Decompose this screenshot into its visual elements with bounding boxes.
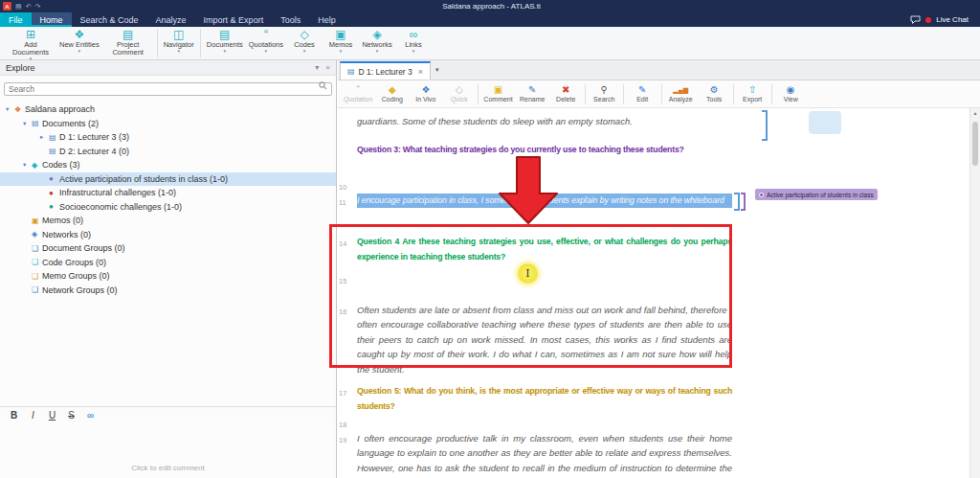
project-comment-button[interactable]: ▤ Project Comment — [102, 27, 154, 57]
quotation-bracket-icon[interactable] — [734, 193, 740, 211]
comment-format-toolbar: B I U S ∞ — [0, 406, 336, 422]
tree-item-doc-2[interactable]: ▤ D 2: Lecturer 4 (0) — [0, 145, 336, 159]
tree-item-project[interactable]: ▾ ❖ Saldana approach — [0, 102, 336, 117]
margin-code-label[interactable]: Active participation of students in clas… — [755, 189, 878, 200]
search-input[interactable] — [4, 82, 332, 96]
quotation-icon: “ — [357, 84, 360, 96]
document-toolbar: “ Quotation ◆ Coding ❖ In Vivo ◇ Quick ▣… — [338, 80, 980, 108]
question-3-line: Question 3: What teaching strategies do … — [357, 143, 732, 158]
question-5-line: 17 Question 5: What do you think, is the… — [357, 384, 732, 414]
quick-coding-icon: ◇ — [456, 84, 463, 96]
save-icon[interactable]: ▤ — [15, 2, 22, 11]
coding-button[interactable]: ◆ Coding — [375, 84, 409, 103]
menu-tab-home[interactable]: Home — [32, 12, 72, 27]
search-icon: ⚲ — [601, 84, 608, 96]
code-color-dot-icon: ● — [49, 189, 59, 197]
link-icon[interactable]: ∞ — [85, 410, 96, 421]
live-chat-status-dot — [925, 17, 931, 23]
tree-item-memo-groups[interactable]: ❏ Memo Groups (0) — [0, 269, 336, 284]
documents-button[interactable]: ▤ Documents▾ — [204, 27, 246, 54]
menu-tab-tools[interactable]: Tools — [272, 12, 309, 27]
memos-button[interactable]: ▣ Memos▾ — [323, 27, 359, 54]
export-button[interactable]: ⇧ Export — [736, 84, 769, 103]
comment-hint: Click to edit comment — [0, 464, 336, 472]
comment-editor-area[interactable]: Click to edit comment — [0, 422, 336, 478]
search-icon — [319, 81, 327, 90]
strikethrough-button[interactable]: S — [66, 410, 77, 421]
atlas-ti-window: A ▤ ↶ ↷ Saldana approach - ATLAS.ti File… — [0, 0, 980, 478]
close-tab-icon[interactable]: × — [418, 67, 423, 77]
expand-arrow-icon[interactable]: ▾ — [6, 105, 14, 113]
networks-button[interactable]: ◈ Networks▾ — [359, 27, 395, 54]
view-button[interactable]: ◉ View — [774, 84, 808, 103]
expand-arrow-icon[interactable]: ▸ — [40, 133, 49, 141]
answer-paragraph: 19 I often encourage productive talk in … — [357, 431, 732, 478]
tree-item-code-socioeconomic[interactable]: ● Socioeconomic challenges (1-0) — [0, 200, 336, 215]
tree-item-code-groups[interactable]: ❏ Code Groups (0) — [0, 256, 336, 270]
rename-button[interactable]: ✎ Rename — [516, 84, 549, 103]
explorer-menu-chevron-icon[interactable]: ▾ — [315, 63, 319, 72]
undo-icon[interactable]: ↶ — [26, 2, 32, 11]
tree-item-code-active-participation[interactable]: ● Active participation of students in cl… — [0, 172, 336, 187]
memos-icon: ▣ — [32, 216, 42, 225]
bold-button[interactable]: B — [9, 410, 19, 421]
quotations-button[interactable]: “ Quotations▾ — [246, 27, 286, 54]
links-button[interactable]: ∞ Links▾ — [395, 27, 432, 54]
expand-arrow-icon[interactable]: ▾ — [23, 161, 32, 169]
scrollbar-thumb[interactable] — [972, 122, 978, 166]
navigator-button[interactable]: ◫ Navigator▾ — [161, 27, 197, 54]
memo-groups-icon: ❏ — [32, 272, 42, 281]
live-chat-button[interactable]: Live Chat — [936, 15, 969, 24]
new-entities-button[interactable]: ❖ New Entities▾ — [56, 27, 102, 54]
quotation-button[interactable]: “ Quotation — [341, 84, 375, 103]
document-tab-bar: ▤ D 1: Lecturer 3 × ▾ — [338, 60, 980, 80]
search-button[interactable]: ⚲ Search — [588, 84, 621, 103]
document-icon: ▤ — [347, 67, 355, 76]
delete-button[interactable]: ✖ Delete — [549, 84, 583, 103]
tree-item-codes[interactable]: ▾ ◆ Codes (3) — [0, 158, 336, 172]
code-bracket-icon[interactable] — [741, 193, 746, 211]
dropdown-caret-icon: ▾ — [329, 49, 353, 54]
project-tree: ▾ ❖ Saldana approach ▾ ▤ Documents (2) ▸… — [0, 101, 336, 406]
annotation-rectangle — [329, 224, 732, 368]
redo-icon[interactable]: ↷ — [35, 2, 41, 11]
tree-item-documents[interactable]: ▾ ▤ Documents (2) — [0, 117, 336, 131]
menu-tab-import-export[interactable]: Import & Export — [195, 12, 273, 27]
tools-button[interactable]: ⚙ Tools — [698, 84, 731, 103]
highlighted-text-cursor: I — [518, 263, 538, 284]
dropdown-caret-icon: ▾ — [207, 49, 243, 54]
menu-tab-help[interactable]: Help — [309, 12, 345, 27]
explorer-close-icon[interactable]: × — [325, 63, 330, 72]
titlebar: A ▤ ↶ ↷ Saldana approach - ATLAS.ti — [0, 0, 980, 12]
tree-item-network-groups[interactable]: ❏ Network Groups (0) — [0, 284, 336, 298]
expand-arrow-icon[interactable]: ▾ — [23, 120, 32, 127]
scroll-up-icon[interactable]: ▴ — [970, 108, 980, 118]
chat-bubble-icon[interactable] — [910, 15, 921, 24]
tree-item-networks[interactable]: ◈ Networks (0) — [0, 228, 336, 242]
menu-tab-file[interactable]: File — [0, 12, 32, 27]
quotation-bracket-icon[interactable] — [762, 110, 768, 141]
code-color-dot-icon — [759, 193, 764, 197]
tree-item-code-infrastructural[interactable]: ● Infrastructural challenges (1-0) — [0, 186, 336, 200]
italic-button[interactable]: I — [28, 410, 38, 421]
comment-button[interactable]: ▣ Comment — [480, 84, 515, 103]
analyze-button[interactable]: ▂▄▆ Analyze — [664, 84, 698, 103]
vertical-scrollbar[interactable]: ▴ — [969, 108, 980, 478]
in-vivo-button[interactable]: ❖ In Vivo — [409, 84, 442, 103]
quick-coding-button[interactable]: ◇ Quick — [442, 84, 476, 103]
document-tab[interactable]: ▤ D 1: Lecturer 3 × — [340, 61, 431, 80]
rename-icon: ✎ — [528, 84, 536, 96]
tab-list-chevron-icon[interactable]: ▾ — [435, 66, 439, 74]
toolbar-separator — [733, 84, 734, 104]
menu-tab-analyze[interactable]: Analyze — [147, 12, 195, 27]
menu-tab-search-and-code[interactable]: Search & Code — [72, 12, 147, 27]
comment-icon: ▣ — [494, 84, 502, 96]
edit-button[interactable]: ✎ Edit — [626, 84, 659, 103]
underline-button[interactable]: U — [47, 410, 57, 421]
codes-button[interactable]: ◇ Codes▾ — [286, 27, 323, 54]
tree-item-doc-1[interactable]: ▸ ▤ D 1: Lecturer 3 (3) — [0, 130, 336, 145]
ribbon: ⊞ Add Documents▾ ❖ New Entities▾ ▤ Proje… — [0, 27, 980, 60]
add-documents-button[interactable]: ⊞ Add Documents▾ — [5, 27, 56, 61]
tree-item-document-groups[interactable]: ❏ Document Groups (0) — [0, 241, 336, 256]
tree-item-memos[interactable]: ▣ Memos (0) — [0, 214, 336, 228]
